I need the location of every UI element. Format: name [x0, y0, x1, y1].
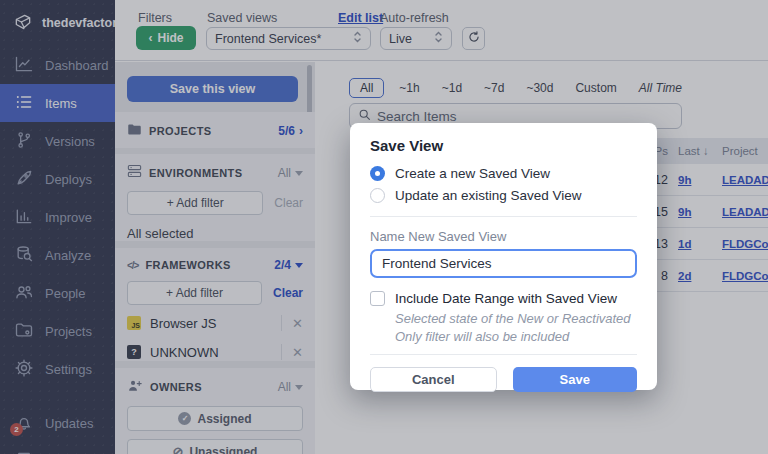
modal-divider — [370, 354, 637, 355]
checkbox-unchecked-icon[interactable] — [370, 291, 385, 306]
save-view-modal: Save View Create a new Saved View Update… — [350, 123, 657, 390]
name-field-label: Name New Saved View — [370, 229, 637, 244]
cancel-button[interactable]: Cancel — [370, 367, 497, 392]
include-date-range-checkbox-row[interactable]: Include Date Range with Saved View — [370, 289, 637, 307]
radio-update-existing[interactable]: Update an existing Saved View — [370, 184, 637, 206]
radio-unselected-icon — [370, 188, 385, 203]
save-button[interactable]: Save — [513, 367, 638, 392]
app-window: thedevfactory Dashboard Items Versions D… — [0, 0, 768, 454]
checkbox-hint-text: Selected state of the New or Reactivated… — [395, 310, 637, 345]
radio-create-new[interactable]: Create a new Saved View — [370, 162, 637, 184]
radio-selected-icon — [370, 166, 385, 181]
modal-title: Save View — [370, 137, 637, 154]
view-name-input[interactable] — [370, 249, 637, 278]
modal-divider — [370, 216, 637, 217]
